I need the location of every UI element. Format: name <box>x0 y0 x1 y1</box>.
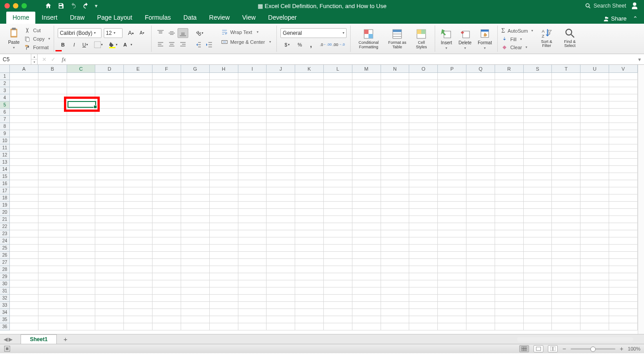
cell[interactable] <box>580 80 609 87</box>
cell[interactable] <box>552 309 580 316</box>
percent-button[interactable]: % <box>294 40 305 50</box>
cell[interactable] <box>552 180 580 187</box>
cell[interactable] <box>95 137 124 144</box>
cells-area[interactable] <box>10 73 638 334</box>
cell[interactable] <box>38 123 67 130</box>
cell[interactable] <box>495 137 524 144</box>
cell[interactable] <box>324 323 352 330</box>
cell[interactable] <box>552 152 580 159</box>
cell[interactable] <box>238 187 267 194</box>
cell[interactable] <box>466 94 495 101</box>
select-all-corner[interactable] <box>0 65 10 73</box>
currency-button[interactable]: $▾ <box>280 40 294 50</box>
cell[interactable] <box>295 237 324 245</box>
cell[interactable] <box>210 266 238 273</box>
cell[interactable] <box>267 287 295 295</box>
cell[interactable] <box>10 273 38 280</box>
cell[interactable] <box>466 202 495 209</box>
cell[interactable] <box>153 230 181 237</box>
cell[interactable] <box>438 316 466 323</box>
row-header[interactable]: 20 <box>0 209 10 216</box>
cell[interactable] <box>210 166 238 173</box>
cell[interactable] <box>95 116 124 123</box>
cell[interactable] <box>67 87 96 94</box>
cell[interactable] <box>38 166 67 173</box>
cell[interactable] <box>438 130 466 137</box>
cell[interactable] <box>552 252 580 259</box>
cell[interactable] <box>10 130 38 137</box>
cell[interactable] <box>238 137 267 144</box>
cell[interactable] <box>381 230 410 237</box>
cell[interactable] <box>409 80 438 87</box>
cell[interactable] <box>552 295 580 302</box>
cell[interactable] <box>124 223 153 230</box>
row-header[interactable]: 14 <box>0 166 10 173</box>
increase-font-button[interactable]: A▴ <box>126 28 136 38</box>
cell[interactable] <box>524 144 552 152</box>
cell[interactable] <box>124 202 153 209</box>
cell[interactable] <box>324 252 352 259</box>
cell[interactable] <box>609 152 638 159</box>
cell[interactable] <box>438 180 466 187</box>
cell[interactable] <box>352 216 381 223</box>
cell[interactable] <box>181 94 210 101</box>
cell[interactable] <box>153 237 181 245</box>
cell[interactable] <box>67 173 96 180</box>
normal-view-button[interactable] <box>519 345 529 352</box>
cell[interactable] <box>352 287 381 295</box>
cell[interactable] <box>352 159 381 166</box>
cell[interactable] <box>10 216 38 223</box>
cell[interactable] <box>267 259 295 266</box>
cell[interactable] <box>552 237 580 245</box>
column-header[interactable]: D <box>95 65 124 73</box>
column-header[interactable]: I <box>238 65 267 73</box>
cell[interactable] <box>524 116 552 123</box>
cell[interactable] <box>295 259 324 266</box>
cell[interactable] <box>466 223 495 230</box>
cell[interactable] <box>609 166 638 173</box>
cell[interactable] <box>524 180 552 187</box>
column-header[interactable]: J <box>267 65 295 73</box>
row-header[interactable]: 2 <box>0 80 10 87</box>
cell[interactable] <box>267 323 295 330</box>
row-header[interactable]: 3 <box>0 87 10 94</box>
cell[interactable] <box>381 302 410 309</box>
cell[interactable] <box>210 101 238 109</box>
cell[interactable] <box>295 223 324 230</box>
expand-formula-bar-button[interactable]: ▾ <box>635 54 644 64</box>
cell[interactable] <box>124 309 153 316</box>
cell[interactable] <box>580 144 609 152</box>
cell[interactable] <box>466 109 495 116</box>
cell[interactable] <box>124 266 153 273</box>
increase-decimal-button[interactable]: .0←.00 <box>319 40 332 50</box>
cell[interactable] <box>466 123 495 130</box>
cell[interactable] <box>238 116 267 123</box>
cell[interactable] <box>153 166 181 173</box>
cell[interactable] <box>466 144 495 152</box>
cell[interactable] <box>524 123 552 130</box>
cell[interactable] <box>324 266 352 273</box>
cell[interactable] <box>10 173 38 180</box>
cell[interactable] <box>466 159 495 166</box>
cell[interactable] <box>495 166 524 173</box>
cell[interactable] <box>181 109 210 116</box>
cell[interactable] <box>381 187 410 194</box>
cell[interactable] <box>409 266 438 273</box>
cell[interactable] <box>153 123 181 130</box>
cell[interactable] <box>580 187 609 194</box>
cell[interactable] <box>438 73 466 80</box>
home-icon[interactable] <box>45 2 52 9</box>
cell[interactable] <box>524 173 552 180</box>
cell[interactable] <box>124 302 153 309</box>
cell[interactable] <box>210 159 238 166</box>
cell[interactable] <box>381 180 410 187</box>
cell[interactable] <box>267 280 295 287</box>
cell[interactable] <box>38 230 67 237</box>
cell[interactable] <box>438 87 466 94</box>
row-header[interactable]: 12 <box>0 152 10 159</box>
cell[interactable] <box>381 237 410 245</box>
cell[interactable] <box>324 73 352 80</box>
cell[interactable] <box>580 223 609 230</box>
cell[interactable] <box>153 144 181 152</box>
cell[interactable] <box>124 180 153 187</box>
